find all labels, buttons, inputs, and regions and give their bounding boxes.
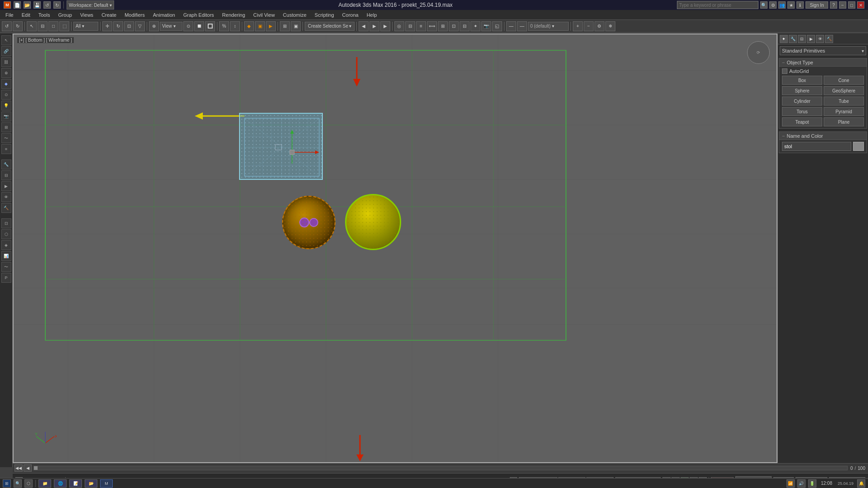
snap2-btn[interactable]: 🔳 [205,21,215,31]
cone-btn[interactable]: Cone [824,76,864,85]
object-type-header[interactable]: − Object Type [779,58,867,67]
isolate-btn[interactable]: ◎ [394,21,404,31]
layer-dropdown[interactable]: 0 (default) ▾ [528,22,569,31]
select-move-btn[interactable]: ✛ [102,21,112,31]
align-view[interactable]: ◱ [492,21,502,31]
color-swatch[interactable] [853,142,864,151]
undo-btn[interactable]: ↺ [43,1,51,9]
save-btn[interactable]: 💾 [34,1,41,9]
search-btn[interactable]: 🔍 [760,1,767,9]
param-editor-btn[interactable]: P [1,273,11,283]
hierarchy-btn[interactable]: ⊟ [1,170,11,180]
close-btn[interactable]: ✕ [857,1,864,9]
layer-ctrl1[interactable]: — [506,21,516,31]
display-tab[interactable]: 👁 [816,35,824,43]
spacewarps-btn[interactable]: 〜 [1,133,11,143]
filter-dropdown[interactable]: All ▾ [73,22,98,31]
menu-help[interactable]: Help [363,11,381,19]
ref-coord-btn[interactable]: ⊕ [149,21,159,31]
community-btn[interactable]: 👥 [778,1,786,9]
menu-group[interactable]: Group [54,11,76,19]
material-editor-btn[interactable]: ⬡ [1,229,11,239]
viewport-layout[interactable]: ⊞ [280,21,290,31]
normal-align[interactable]: ⊟ [460,21,470,31]
search-input[interactable] [677,1,758,9]
viewport-config[interactable]: ▣ [291,21,301,31]
percent-snap[interactable]: % [219,21,229,31]
taskbar-browser[interactable]: 🌐 [54,479,67,488]
object-name-input[interactable] [782,142,851,151]
render-btn[interactable]: ▶ [266,21,276,31]
search-taskbar-btn[interactable]: 🔍 [14,479,22,488]
curve-editor-btn[interactable]: 〜 [1,262,11,272]
nav-cube[interactable]: ⟳ [747,41,770,64]
sign-in-btn[interactable]: Sign In [806,1,828,9]
max-logo[interactable]: M [4,1,11,9]
timeline-thumb[interactable] [34,466,38,470]
box-btn[interactable]: Box [782,76,822,85]
prev-frame[interactable]: ◀ [359,21,369,31]
window-cross[interactable]: ⬚ [59,21,69,31]
modify-btn[interactable]: 🔧 [1,159,11,169]
place-highlight[interactable]: ✦ [470,21,480,31]
unlink-btn[interactable]: ⛓ [1,57,11,67]
taskbar-notepad[interactable]: 📝 [69,479,82,488]
cameras-btn[interactable]: 📷 [1,111,11,121]
quick-align[interactable]: ⊡ [449,21,459,31]
viewport[interactable]: [+] [ Bottom ] [ Wireframe ] [13,34,777,463]
layer-ctrl2[interactable]: — [517,21,527,31]
align-btn[interactable]: ⊞ [438,21,448,31]
taskbar-3dsmax[interactable]: M [100,479,113,488]
select-scale2-btn[interactable]: ▽ [135,21,145,31]
menu-modifiers[interactable]: Modifiers [121,11,149,19]
tube-btn[interactable]: Tube [824,97,864,106]
create-tab[interactable]: ✦ [780,35,788,43]
del-layer-btn[interactable]: − [584,21,594,31]
spinner-snap[interactable]: ↕ [230,21,240,31]
lights-btn[interactable]: 💡 [1,101,11,111]
redo-tool[interactable]: ↻ [13,21,23,31]
help-btn[interactable]: ? [830,1,837,9]
info-btn[interactable]: ℹ [796,1,804,9]
display-btn[interactable]: 👁 [1,192,11,202]
menu-customize[interactable]: Customize [279,11,310,19]
select-object-btn[interactable]: ↖ [1,35,11,45]
taskview-btn[interactable]: ⬡ [24,479,33,488]
hierarchy-tab[interactable]: ⊟ [798,35,806,43]
select-tool[interactable]: ↖ [27,21,37,31]
select-scale-btn[interactable]: ⊡ [124,21,134,31]
align-camera[interactable]: 📷 [481,21,491,31]
timeline-scrollbar[interactable] [34,466,848,470]
name-color-header[interactable]: − Name and Color [779,132,867,140]
primitives-dropdown[interactable]: Standard Primitives ▾ [780,46,866,55]
menu-graph-editors[interactable]: Graph Editors [180,11,218,19]
notification-btn[interactable]: 🔔 [857,479,865,488]
next-frame[interactable]: ▶ [380,21,390,31]
snap-btn[interactable]: 🔲 [194,21,204,31]
windows-btn[interactable]: ⊞ [3,479,11,488]
pivot-btn[interactable]: ⊙ [183,21,193,31]
open-file-btn[interactable]: 📂 [24,1,31,9]
menu-animation[interactable]: Animation [149,11,179,19]
first-frame-btn[interactable]: ◀◀ [14,464,23,472]
workspace-dropdown[interactable]: Workspace: Default ▾ [67,0,114,10]
torus-btn[interactable]: Torus [782,107,822,116]
star-btn[interactable]: ★ [787,1,795,9]
track-view-btn[interactable]: 📊 [1,251,11,261]
sphere-btn[interactable]: Sphere [782,86,822,95]
teapot-btn[interactable]: Teapot [782,117,822,126]
new-file-btn[interactable]: 📄 [14,1,21,9]
menu-scripting[interactable]: Scripting [311,11,338,19]
panel-scroll-area[interactable] [778,154,868,488]
volume-icon[interactable]: 🔊 [797,479,806,488]
taskbar-folder[interactable]: 📂 [85,479,97,488]
menu-edit[interactable]: Edit [18,11,34,19]
layer-props-btn[interactable]: ⚙ [595,21,604,31]
restore-btn[interactable]: □ [848,1,855,9]
link-btn[interactable]: 🔗 [1,46,11,56]
play-animation[interactable]: ▶ [369,21,379,31]
cylinder-btn[interactable]: Cylinder [782,97,822,106]
redo-btn[interactable]: ↻ [53,1,61,9]
render-setup-btn[interactable]: ◆ [244,21,254,31]
motion-tab[interactable]: ▶ [807,35,815,43]
